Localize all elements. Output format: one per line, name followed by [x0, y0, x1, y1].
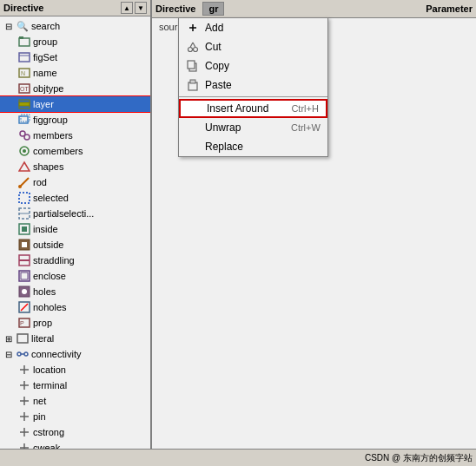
expand-icon-search: ⊟ — [3, 21, 14, 31]
tree-label-figset: figSet — [33, 52, 57, 62]
replace-icon — [186, 140, 200, 154]
svg-rect-20 — [19, 193, 30, 203]
tree-item-selected[interactable]: selected — [0, 190, 150, 206]
svg-line-18 — [20, 178, 29, 187]
svg-text:OT: OT — [20, 86, 29, 92]
right-panel-title: Directive — [155, 3, 195, 14]
tree-item-outside[interactable]: outside — [0, 237, 150, 253]
pin-icon — [17, 410, 31, 423]
tree-label-terminal: terminal — [33, 380, 67, 391]
enclose-icon — [17, 269, 31, 283]
layer-icon — [17, 97, 31, 111]
menu-item-add-label: Add — [205, 22, 321, 34]
tree-item-group[interactable]: group — [0, 34, 150, 49]
tree-item-comembers[interactable]: comembers — [0, 143, 150, 159]
menu-separator — [179, 96, 327, 97]
tree-label-outside: outside — [33, 240, 63, 250]
tree-item-members[interactable]: members — [0, 128, 150, 143]
menu-item-unwrap-shortcut: Ctrl+W — [291, 122, 321, 133]
tree-item-pin[interactable]: pin — [0, 409, 150, 424]
tree-item-holes[interactable]: holes — [0, 284, 150, 299]
expand-icon-literal: ⊞ — [3, 333, 14, 344]
tree-label-holes: holes — [33, 286, 56, 297]
svg-point-14 — [24, 135, 30, 140]
svg-rect-0 — [19, 38, 30, 46]
cut-icon — [186, 40, 200, 54]
menu-item-unwrap[interactable]: Unwrap Ctrl+W — [179, 118, 327, 137]
tree-item-objtype[interactable]: OT objtype — [0, 81, 150, 96]
tree-item-shapes[interactable]: shapes — [0, 159, 150, 174]
menu-item-copy[interactable]: Copy — [179, 56, 327, 75]
tree-item-enclose[interactable]: enclose — [0, 268, 150, 284]
menu-item-insertaround-shortcut: Ctrl+H — [291, 103, 318, 114]
tree-container[interactable]: ⊟ 🔍 search group figSet N name OT objtyp… — [0, 16, 150, 449]
right-panel-header: Directive gr Parameter — [152, 0, 476, 18]
credit-text: CSDN @ 东南方的创频字站 — [365, 452, 473, 464]
svg-point-39 — [24, 352, 28, 356]
tree-item-partialselection[interactable]: partialselecti... — [0, 206, 150, 221]
tree-item-cweak[interactable]: cweak — [0, 440, 150, 449]
noholes-icon — [17, 300, 31, 314]
shapes-icon — [17, 160, 31, 174]
svg-line-60 — [193, 43, 195, 48]
scroll-up-btn[interactable]: ▲ — [121, 2, 133, 14]
copy-icon — [186, 59, 200, 73]
tree-item-net[interactable]: net — [0, 393, 150, 409]
cweak-icon — [17, 441, 31, 449]
tree-label-layer: layer — [33, 99, 54, 109]
paste-icon — [186, 78, 200, 92]
svg-point-38 — [17, 352, 21, 356]
tree-label-selected: selected — [33, 193, 69, 203]
tree-label-straddling: straddling — [33, 255, 75, 266]
tree-item-cstrong[interactable]: cstrong — [0, 424, 150, 440]
tree-item-noholes[interactable]: noholes — [0, 299, 150, 315]
tree-item-straddling[interactable]: straddling — [0, 253, 150, 268]
partialselection-icon — [17, 207, 31, 220]
tree-item-literal[interactable]: ⊞ literal — [0, 331, 150, 346]
tree-label-shapes: shapes — [33, 161, 63, 172]
tree-item-search[interactable]: ⊟ 🔍 search — [0, 18, 150, 34]
tree-label-net: net — [33, 396, 46, 406]
tree-item-location[interactable]: location — [0, 362, 150, 377]
tree-item-layer[interactable]: layer — [0, 96, 150, 112]
menu-item-replace[interactable]: Replace — [179, 137, 327, 156]
location-icon — [17, 363, 31, 377]
tree-label-members: members — [33, 130, 73, 141]
menu-item-add[interactable]: Add — [179, 18, 327, 37]
tree-item-rod[interactable]: rod — [0, 174, 150, 190]
svg-rect-2 — [19, 53, 30, 62]
svg-rect-62 — [188, 61, 195, 69]
figset-icon — [17, 50, 31, 64]
parameter-label: Parameter — [426, 3, 473, 14]
scroll-down-btn[interactable]: ▼ — [135, 2, 147, 14]
menu-item-unwrap-label: Unwrap — [205, 121, 268, 134]
svg-rect-26 — [22, 242, 27, 247]
tree-label-cstrong: cstrong — [33, 427, 64, 437]
figgroup-icon — [17, 113, 31, 127]
tree-label-location: location — [33, 364, 66, 375]
svg-rect-30 — [21, 272, 28, 279]
rod-icon — [17, 175, 31, 189]
tree-item-prop[interactable]: P prop — [0, 315, 150, 331]
tree-item-figgroup[interactable]: figgroup — [0, 112, 150, 128]
holes-icon — [17, 285, 31, 299]
tree-label-pin: pin — [33, 411, 46, 422]
tree-label-rod: rod — [33, 177, 47, 187]
svg-line-59 — [190, 43, 193, 48]
tree-item-inside[interactable]: inside — [0, 221, 150, 237]
svg-point-57 — [188, 48, 193, 52]
objtype-icon: OT — [17, 82, 31, 95]
menu-item-paste-label: Paste — [205, 79, 321, 91]
menu-item-paste[interactable]: Paste — [179, 75, 327, 95]
tree-item-figset[interactable]: figSet — [0, 49, 150, 65]
tree-label-cweak: cweak — [33, 443, 60, 449]
tree-item-terminal[interactable]: terminal — [0, 377, 150, 393]
bottom-bar: CSDN @ 东南方的创频字站 — [0, 449, 476, 466]
tree-label-enclose: enclose — [33, 271, 66, 281]
menu-item-insertaround[interactable]: Insert Around Ctrl+H — [179, 99, 327, 118]
tree-item-name[interactable]: N name — [0, 65, 150, 81]
tree-item-connectivity[interactable]: ⊟ connectivity — [0, 346, 150, 362]
tree-label-connectivity: connectivity — [31, 349, 81, 359]
menu-item-cut[interactable]: Cut — [179, 37, 327, 56]
tree-label-prop: prop — [33, 318, 52, 328]
